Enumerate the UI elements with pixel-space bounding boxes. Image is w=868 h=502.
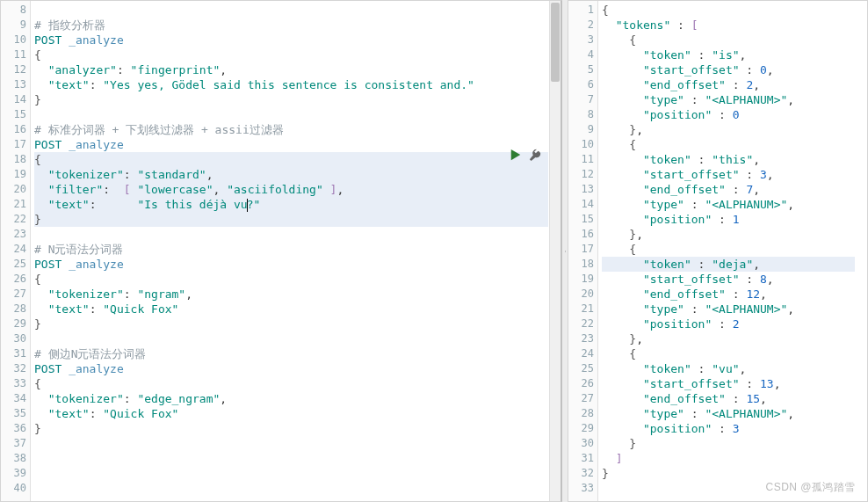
token: "token"	[643, 362, 691, 375]
code-line[interactable]: # 指纹分析器	[34, 18, 548, 33]
token: "<ALPHANUM>"	[705, 302, 787, 316]
code-line[interactable]: "filter": [ "lowercase", "asciifolding" …	[34, 182, 548, 197]
line-number: 27	[1, 287, 26, 302]
response-viewer[interactable]: { "tokens" : [ { "token" : "is", "start_…	[602, 3, 855, 501]
line-number: 17	[1, 137, 26, 152]
token	[602, 392, 643, 405]
code-line[interactable]: "position" : 3	[602, 421, 855, 436]
code-line[interactable]: {	[602, 3, 855, 18]
token	[34, 63, 48, 76]
code-line[interactable]: },	[602, 331, 855, 346]
code-line[interactable]: "analyzer": "fingerprint",	[34, 62, 548, 77]
code-line[interactable]: POST _analyze	[34, 257, 548, 272]
token: ,	[740, 362, 747, 375]
line-number: 30	[1, 331, 26, 346]
code-line[interactable]: POST _analyze	[34, 361, 548, 376]
token: ,	[753, 153, 760, 166]
wrench-icon[interactable]	[529, 149, 541, 164]
code-line[interactable]: }	[34, 212, 548, 227]
token: "end_offset"	[643, 78, 726, 91]
code-line[interactable]: "text": "Is this déjà vu?"	[34, 197, 548, 212]
code-line[interactable]: "end_offset" : 12,	[602, 287, 855, 302]
token: ,	[767, 63, 774, 76]
code-line[interactable]: "type" : "<ALPHANUM>",	[602, 92, 855, 107]
code-line[interactable]	[34, 331, 548, 346]
code-line[interactable]: ]	[602, 451, 855, 466]
code-line[interactable]: "position" : 0	[602, 107, 855, 122]
code-line[interactable]: }	[34, 316, 548, 331]
code-line[interactable]	[34, 481, 548, 496]
code-line[interactable]: # 标准分词器 + 下划线过滤器 + assii过滤器	[34, 122, 548, 137]
code-line[interactable]: "type" : "<ALPHANUM>",	[602, 302, 855, 316]
code-line[interactable]: {	[34, 272, 548, 287]
token: "type"	[643, 93, 684, 106]
code-line[interactable]: {	[602, 137, 855, 152]
code-line[interactable]: {	[34, 47, 548, 62]
code-line[interactable]: }	[34, 421, 548, 436]
code-line[interactable]: }	[34, 92, 548, 107]
code-line[interactable]	[34, 227, 548, 242]
code-line[interactable]: POST _analyze	[34, 33, 548, 47]
code-line[interactable]: "start_offset" : 8,	[602, 272, 855, 287]
line-number: 27	[568, 391, 594, 406]
token	[602, 183, 643, 196]
code-line[interactable]: "start_offset" : 0,	[602, 62, 855, 77]
code-line[interactable]: POST _analyze	[34, 137, 548, 152]
code-line[interactable]: {	[34, 376, 548, 391]
code-line[interactable]: }	[602, 436, 855, 451]
request-editor[interactable]: # 指纹分析器POST _analyze{ "analyzer": "finge…	[34, 3, 548, 501]
code-line[interactable]: {	[602, 242, 855, 257]
code-line[interactable]: "token" : "is",	[602, 47, 855, 62]
code-line[interactable]	[34, 466, 548, 481]
code-line[interactable]: "start_offset" : 3,	[602, 167, 855, 182]
code-line[interactable]	[34, 436, 548, 451]
code-line[interactable]: },	[602, 227, 855, 242]
code-line[interactable]: "text": "Quick Fox"	[34, 406, 548, 421]
code-line[interactable]: "tokens" : [	[602, 18, 855, 33]
token	[602, 302, 643, 316]
code-line[interactable]: # 侧边N元语法分词器	[34, 346, 548, 361]
token: "tokenizer"	[48, 287, 124, 301]
line-number: 21	[568, 302, 594, 316]
token	[34, 407, 48, 420]
token: "<ALPHANUM>"	[705, 407, 787, 420]
token: "text"	[48, 302, 90, 316]
code-line[interactable]: "tokenizer": "edge_ngram",	[34, 391, 548, 406]
code-line[interactable]	[34, 451, 548, 466]
code-line[interactable]: "end_offset" : 15,	[602, 391, 855, 406]
code-line[interactable]: "token" : "this",	[602, 152, 855, 167]
code-line[interactable]: }	[602, 466, 855, 481]
code-line[interactable]: "text": "Quick Fox"	[34, 302, 548, 316]
code-line[interactable]	[34, 107, 548, 122]
line-number: 16	[1, 122, 26, 137]
code-line[interactable]: {	[602, 33, 855, 47]
token: _analyze	[69, 362, 124, 375]
line-number: 25	[568, 361, 594, 376]
code-line[interactable]: "type" : "<ALPHANUM>",	[602, 406, 855, 421]
token: "end_offset"	[643, 392, 726, 405]
code-line[interactable]: "tokenizer": "standard",	[34, 167, 548, 182]
play-icon[interactable]	[510, 149, 522, 164]
scroll-thumb[interactable]	[551, 3, 560, 82]
line-number: 9	[1, 18, 26, 33]
code-line[interactable]: "type" : "<ALPHANUM>",	[602, 197, 855, 212]
code-line[interactable]	[34, 3, 548, 18]
code-line[interactable]: "text": "Yes yes, Gödel said this senten…	[34, 77, 548, 92]
code-line[interactable]: "end_offset" : 2,	[602, 77, 855, 92]
code-line[interactable]: "start_offset" : 13,	[602, 376, 855, 391]
code-line[interactable]: "end_offset" : 7,	[602, 182, 855, 197]
code-line[interactable]: {	[34, 152, 548, 167]
token: ,	[760, 392, 767, 405]
token: "Yes yes, Gödel said this sentence is co…	[103, 78, 474, 91]
line-number: 18	[1, 152, 26, 167]
code-line[interactable]: "position" : 2	[602, 316, 855, 331]
code-line[interactable]: "tokenizer": "ngram",	[34, 287, 548, 302]
scrollbar[interactable]	[549, 1, 561, 501]
code-line[interactable]: "token" : "deja",	[602, 257, 855, 272]
code-line[interactable]: "token" : "vu",	[602, 361, 855, 376]
code-line[interactable]: # N元语法分词器	[34, 242, 548, 257]
code-line[interactable]: "position" : 1	[602, 212, 855, 227]
code-line[interactable]: },	[602, 122, 855, 137]
token: "position"	[643, 317, 712, 331]
code-line[interactable]: {	[602, 346, 855, 361]
